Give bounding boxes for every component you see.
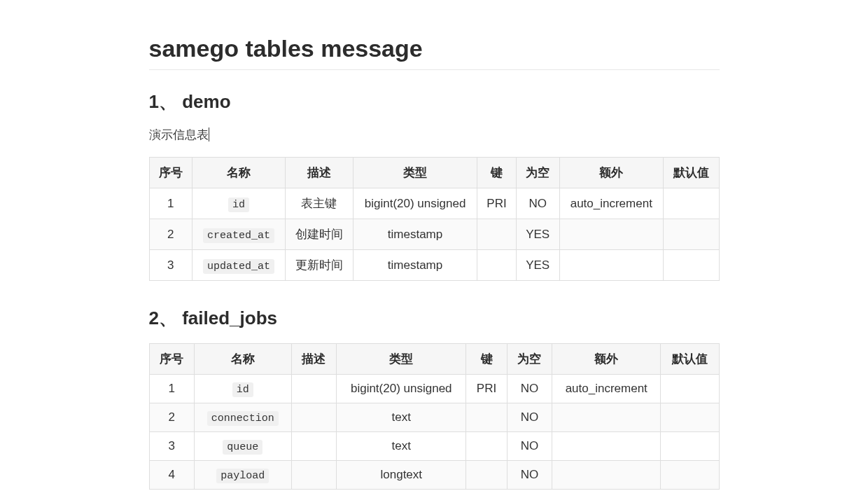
table-cell: PRI [477,188,517,219]
table-cell: created_at [192,219,286,250]
table-header-cell: 键 [466,344,507,375]
section-heading: 2、 failed_jobs [149,306,720,331]
table-header-cell: 为空 [507,344,552,375]
section-description: 演示信息表 [149,127,209,143]
table-cell: id [194,375,291,403]
table-header-cell: 为空 [516,158,559,188]
table-header-cell: 名称 [194,344,291,375]
table-row: 3updated_at更新时间timestampYES [149,250,719,281]
table-header-cell: 描述 [285,158,353,188]
page-title: samego tables message [149,35,720,70]
table-cell: timestamp [353,250,477,281]
schema-table: 序号名称描述类型键为空额外默认值1id表主键bigint(20) unsigne… [149,157,720,281]
table-row: 3queuetextNO [149,432,719,461]
table-cell [291,432,336,461]
table-cell [291,461,336,490]
table-cell [664,250,719,281]
table-cell: connection [194,403,291,432]
field-name-code: id [228,198,249,212]
table-cell: auto_increment [559,188,664,219]
table-cell: longtext [337,461,466,490]
table-cell: updated_at [192,250,286,281]
table-cell [664,188,719,219]
description-text: 演示信息表 [149,128,209,141]
table-header-cell: 类型 [353,158,477,188]
table-cell: text [337,403,466,432]
table-cell [477,250,517,281]
table-cell [661,432,719,461]
table-cell [661,403,719,432]
section-heading: 1、 demo [149,90,720,114]
field-name-code: updated_at [203,259,274,274]
table-cell: 创建时间 [285,219,353,250]
table-cell: payload [194,461,291,490]
table-cell: PRI [466,375,507,403]
table-cell: bigint(20) unsigned [353,188,477,219]
table-cell: NO [507,375,552,403]
document-container: samego tables message 1、 demo演示信息表序号名称描述… [135,35,734,490]
table-row: 1id表主键bigint(20) unsignedPRINOauto_incre… [149,188,719,219]
table-cell: YES [516,250,559,281]
table-cell [559,219,664,250]
table-header-cell: 描述 [291,344,336,375]
table-cell: 更新时间 [285,250,353,281]
table-cell: queue [194,432,291,461]
table-row: 4payloadlongtextNO [149,461,719,490]
table-header-cell: 额外 [552,344,661,375]
table-cell: id [192,188,286,219]
table-cell [291,375,336,403]
table-header-cell: 类型 [337,344,466,375]
table-header-cell: 键 [477,158,517,188]
table-cell: NO [507,461,552,490]
table-row: 1idbigint(20) unsignedPRINOauto_incremen… [149,375,719,403]
table-cell: 4 [149,461,194,490]
table-cell: 3 [149,250,192,281]
field-name-code: id [232,382,253,397]
schema-table: 序号名称描述类型键为空额外默认值1idbigint(20) unsignedPR… [149,343,720,490]
table-cell [661,461,719,490]
table-cell: auto_increment [552,375,661,403]
table-cell [291,403,336,432]
table-header-cell: 名称 [192,158,286,188]
table-cell: 1 [149,188,192,219]
table-cell: NO [507,403,552,432]
table-cell [664,219,719,250]
table-cell [466,461,507,490]
table-header-cell: 序号 [149,344,194,375]
table-cell: 3 [149,432,194,461]
table-cell: 1 [149,375,194,403]
field-name-code: queue [223,440,262,455]
table-cell [559,250,664,281]
table-row: 2created_at创建时间timestampYES [149,219,719,250]
section: 1、 demo演示信息表序号名称描述类型键为空额外默认值1id表主键bigint… [149,90,720,281]
table-cell: NO [507,432,552,461]
table-cell: YES [516,219,559,250]
table-cell: timestamp [353,219,477,250]
table-header-cell: 默认值 [664,158,719,188]
table-cell: 2 [149,219,192,250]
field-name-code: connection [207,411,279,426]
table-cell [466,432,507,461]
table-cell: NO [516,188,559,219]
table-cell: bigint(20) unsigned [337,375,466,403]
table-cell [552,461,661,490]
table-cell [466,403,507,432]
table-header-cell: 序号 [149,158,192,188]
text-cursor [209,127,209,141]
table-cell [477,219,517,250]
table-cell [552,403,661,432]
table-header-cell: 额外 [559,158,664,188]
table-cell: text [337,432,466,461]
table-header-row: 序号名称描述类型键为空额外默认值 [149,344,719,375]
table-cell [552,432,661,461]
table-header-row: 序号名称描述类型键为空额外默认值 [149,158,719,188]
table-cell: 2 [149,403,194,432]
table-cell: 表主键 [285,188,353,219]
table-cell [661,375,719,403]
table-header-cell: 默认值 [661,344,719,375]
table-row: 2connectiontextNO [149,403,719,432]
field-name-code: payload [216,469,269,483]
field-name-code: created_at [203,228,274,243]
section: 2、 failed_jobs序号名称描述类型键为空额外默认值1idbigint(… [149,306,720,490]
